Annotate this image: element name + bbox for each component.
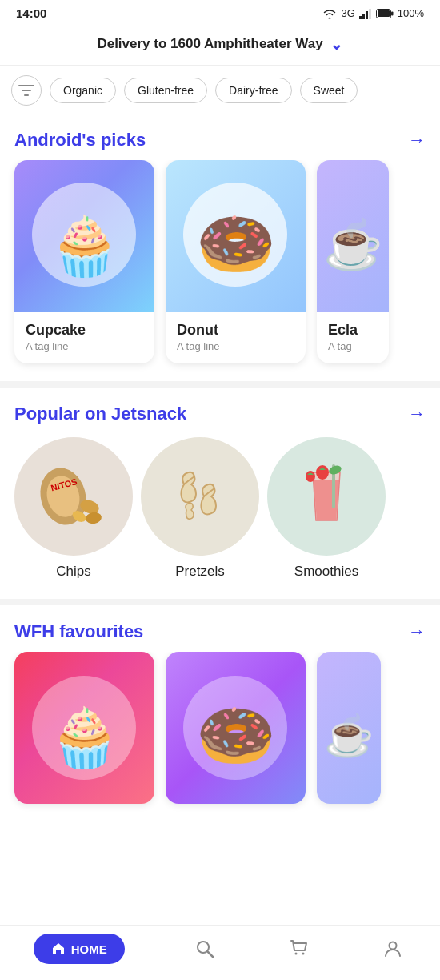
svg-point-23 [302, 953, 304, 955]
wfh-header: WFH favourites → [0, 607, 440, 652]
svg-rect-2 [366, 11, 368, 19]
section-divider-2 [0, 599, 440, 605]
donut-name: Donut [177, 322, 294, 339]
status-icons: 3G 100% [322, 7, 424, 19]
wfh-cupcake-image: 🧁 [14, 652, 154, 804]
popular-item-chips[interactable]: NITOS Chips [14, 437, 133, 580]
svg-point-14 [85, 511, 102, 524]
chevron-down-icon[interactable]: ⌄ [330, 34, 343, 54]
svg-rect-3 [369, 9, 371, 19]
signal-icon [359, 8, 372, 19]
svg-rect-6 [391, 11, 394, 15]
wfh-arrow[interactable]: → [408, 621, 426, 642]
chips-circle: NITOS [14, 437, 133, 556]
wfh-card-cupcake[interactable]: 🧁 [14, 652, 154, 804]
androids-picks-title: Android's picks [14, 130, 146, 151]
filter-icon [18, 84, 34, 97]
status-bar: 14:00 3G 100% [0, 0, 440, 26]
svg-rect-5 [378, 10, 390, 17]
filter-icon-button[interactable] [11, 75, 42, 106]
popular-item-pretzels[interactable]: Pretzels [141, 437, 259, 580]
cupcake-name: Cupcake [26, 322, 143, 339]
popular-arrow[interactable]: → [408, 404, 426, 424]
wfh-card-eclair[interactable]: ☕ [317, 652, 381, 804]
cart-icon [289, 938, 310, 959]
popular-item-smoothies[interactable]: Smoothies [267, 437, 386, 580]
cupcake-info: Cupcake A tag line [14, 312, 154, 363]
status-time: 14:00 [16, 6, 46, 20]
search-button[interactable] [191, 935, 218, 962]
svg-rect-0 [359, 16, 362, 19]
androids-picks-header: Android's picks → [0, 115, 440, 160]
svg-line-21 [208, 952, 214, 958]
svg-rect-8 [22, 90, 31, 91]
pretzels-circle [141, 437, 259, 556]
chip-organic[interactable]: Organic [50, 78, 116, 103]
smoothies-label: Smoothies [294, 564, 358, 580]
smoothies-circle [267, 437, 386, 556]
pick-card-cupcake[interactable]: 🧁 Cupcake A tag line [14, 160, 154, 363]
donut-info: Donut A tag line [166, 312, 306, 363]
svg-rect-1 [362, 14, 365, 19]
picks-scroll: 🧁 Cupcake A tag line 🍩 Donut A tag line … [0, 160, 440, 380]
home-label: HOME [71, 942, 107, 956]
wfh-eclair-image: ☕ [317, 652, 381, 804]
eclair-image: ☕ [317, 160, 389, 312]
popular-scroll: NITOS Chips [0, 434, 440, 597]
cupcake-tagline: A tag line [26, 340, 143, 352]
popular-header: Popular on Jetsnack → [0, 389, 440, 434]
pick-card-eclair[interactable]: ☕ Ecla A tag [317, 160, 389, 363]
svg-rect-7 [18, 85, 34, 86]
svg-rect-9 [24, 94, 29, 96]
svg-point-22 [294, 953, 297, 955]
androids-picks-arrow[interactable]: → [408, 130, 426, 151]
bottom-nav: HOME [0, 925, 440, 980]
chip-gluten-free[interactable]: Gluten-free [124, 78, 207, 103]
profile-icon [382, 938, 403, 959]
popular-title: Popular on Jetsnack [14, 404, 186, 424]
wfh-donut-image: 🍩 [166, 652, 306, 804]
pretzels-illustration [156, 452, 244, 540]
donut-tagline: A tag line [177, 340, 294, 352]
eclair-tagline: A tag [328, 340, 378, 352]
eclair-name: Ecla [328, 322, 378, 339]
svg-point-18 [316, 465, 329, 480]
cart-button[interactable] [286, 935, 313, 962]
svg-point-19 [306, 471, 315, 482]
wifi-icon [322, 8, 337, 19]
pretzels-label: Pretzels [175, 564, 224, 580]
filter-row: Organic Gluten-free Dairy-free Sweet [0, 66, 440, 115]
cupcake-image: 🧁 [14, 160, 154, 312]
chip-sweet[interactable]: Sweet [300, 78, 358, 103]
section-divider-1 [0, 381, 440, 388]
delivery-header[interactable]: Delivery to 1600 Amphitheater Way ⌄ [0, 26, 440, 66]
home-button[interactable]: HOME [34, 934, 125, 964]
donut-image: 🍩 [166, 160, 306, 312]
chips-label: Chips [56, 564, 90, 580]
chip-dairy-free[interactable]: Dairy-free [215, 78, 291, 103]
profile-button[interactable] [379, 935, 406, 962]
home-icon [51, 942, 66, 956]
battery-label: 100% [398, 7, 424, 19]
network-label: 3G [341, 7, 354, 19]
chips-illustration: NITOS [30, 452, 118, 540]
wfh-scroll: 🧁 🍩 ☕ [0, 652, 440, 820]
wfh-title: WFH favourites [14, 621, 143, 642]
eclair-info: Ecla A tag [317, 312, 389, 363]
search-icon [194, 938, 215, 959]
smoothies-illustration [282, 452, 370, 540]
pick-card-donut[interactable]: 🍩 Donut A tag line [166, 160, 306, 363]
battery-icon [376, 9, 394, 18]
wfh-card-donut[interactable]: 🍩 [166, 652, 306, 804]
svg-point-24 [390, 942, 397, 950]
delivery-address: Delivery to 1600 Amphitheater Way [97, 36, 322, 52]
